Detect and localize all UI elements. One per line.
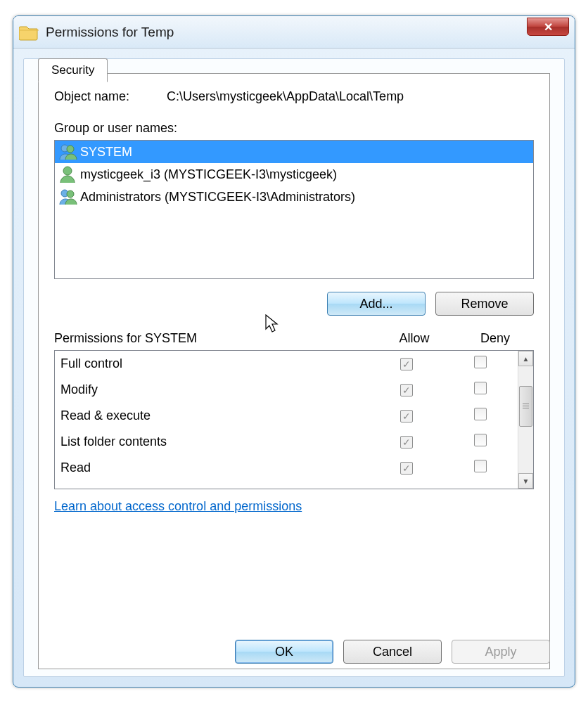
tab-security[interactable]: Security (38, 58, 108, 82)
scroll-track[interactable] (518, 366, 533, 473)
tab-strip: Security (38, 58, 108, 82)
dialog-body: Security Object name: C:\Users\mysticgee… (13, 49, 575, 687)
deny-checkbox[interactable] (474, 408, 487, 420)
permission-name: Read & execute (60, 408, 364, 423)
svg-point-4 (67, 191, 74, 198)
permission-name: Read (60, 460, 364, 475)
add-button[interactable]: Add... (327, 292, 426, 316)
svg-point-1 (67, 146, 74, 153)
group-users-label: Group or user names: (54, 121, 534, 136)
allow-checkbox[interactable]: ✓ (400, 410, 413, 423)
list-item[interactable]: mysticgeek_i3 (MYSTICGEEK-I3\mysticgeek) (55, 163, 533, 186)
group-icon (58, 143, 77, 161)
permissions-header: Permissions for SYSTEM Allow Deny (54, 331, 534, 346)
permissions-list[interactable]: Full control ✓ Modify ✓ Read & execute ✓ (55, 351, 518, 489)
perm-title: Permissions for SYSTEM (54, 331, 372, 346)
permission-row: Full control ✓ (55, 351, 518, 377)
allow-checkbox[interactable]: ✓ (400, 436, 413, 449)
list-item[interactable]: SYSTEM (55, 141, 533, 163)
permission-name: List folder contents (60, 434, 364, 449)
allow-checkbox[interactable]: ✓ (400, 384, 413, 396)
deny-checkbox[interactable] (474, 460, 487, 472)
inner-panel: Security Object name: C:\Users\mysticgee… (23, 58, 565, 677)
list-item[interactable]: Administrators (MYSTICGEEK-I3\Administra… (55, 186, 533, 208)
permission-row: Modify ✓ (55, 377, 518, 403)
allow-checkbox[interactable]: ✓ (400, 358, 413, 370)
scroll-down-button[interactable]: ▼ (518, 473, 533, 489)
allow-checkbox[interactable]: ✓ (400, 462, 413, 475)
deny-checkbox[interactable] (474, 434, 487, 446)
object-name-row: Object name: C:\Users\mysticgeek\AppData… (54, 89, 534, 104)
permission-row: Read ✓ (55, 455, 518, 481)
titlebar[interactable]: Permissions for Temp ✕ (13, 16, 575, 49)
apply-button[interactable]: Apply (452, 640, 550, 664)
scroll-thumb[interactable] (519, 386, 532, 427)
object-path: C:\Users\mysticgeek\AppData\Local\Temp (167, 89, 404, 104)
list-item-label: SYSTEM (80, 145, 132, 160)
permission-name: Modify (60, 382, 364, 397)
user-icon (58, 165, 77, 183)
scroll-up-button[interactable]: ▲ (518, 351, 533, 366)
group-icon (58, 188, 77, 206)
permissions-box: Full control ✓ Modify ✓ Read & execute ✓ (54, 350, 534, 489)
window-title: Permissions for Temp (46, 25, 174, 40)
list-item-label: mysticgeek_i3 (MYSTICGEEK-I3\mysticgeek) (80, 167, 337, 182)
close-button[interactable]: ✕ (527, 18, 569, 36)
object-name-label: Object name: (54, 89, 167, 104)
cancel-button[interactable]: Cancel (343, 640, 442, 664)
scrollbar[interactable]: ▲ ▼ (518, 351, 533, 489)
perm-allow-header: Allow (372, 331, 456, 346)
deny-checkbox[interactable] (474, 382, 487, 394)
list-item-label: Administrators (MYSTICGEEK-I3\Administra… (80, 190, 355, 205)
permission-row: Read & execute ✓ (55, 403, 518, 429)
deny-checkbox[interactable] (474, 356, 487, 368)
users-listbox[interactable]: SYSTEM mysticgeek_i3 (MYSTICGEEK-I3\myst… (54, 140, 534, 279)
help-link[interactable]: Learn about access control and permissio… (54, 499, 302, 514)
perm-deny-header: Deny (456, 331, 534, 346)
folder-icon (19, 24, 39, 41)
remove-button[interactable]: Remove (435, 292, 534, 316)
close-icon: ✕ (544, 20, 553, 34)
dialog-buttons: OK Cancel Apply (235, 640, 550, 664)
tab-content: Object name: C:\Users\mysticgeek\AppData… (38, 73, 550, 669)
ok-button[interactable]: OK (235, 640, 333, 664)
permission-row: List folder contents ✓ (55, 429, 518, 455)
permissions-dialog: Permissions for Temp ✕ Security Object n… (13, 15, 575, 688)
permission-name: Full control (60, 356, 364, 371)
svg-point-2 (63, 167, 72, 175)
add-remove-row: Add... Remove (54, 292, 534, 316)
